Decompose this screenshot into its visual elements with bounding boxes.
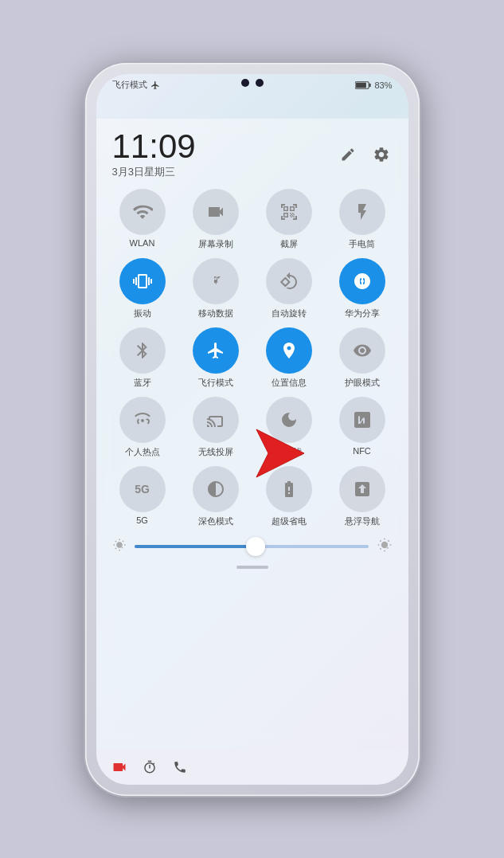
dock-phone-icon (170, 757, 190, 778)
airplane-button[interactable] (193, 327, 239, 374)
svg-point-8 (361, 276, 363, 278)
flashlight-label: 手电筒 (349, 238, 375, 250)
wlan-button[interactable] (119, 189, 166, 235)
svg-point-7 (365, 280, 367, 282)
airplane-mode-icon (150, 80, 160, 90)
vibrate-button[interactable] (119, 258, 166, 304)
settings-icon[interactable] (370, 143, 393, 166)
toggle-eye-protect: 护眼模式 (329, 327, 396, 389)
time-display: 11:09 3月3日星期三 (112, 130, 196, 179)
screenshot-button[interactable] (266, 189, 312, 235)
dock-timer-icon (139, 757, 160, 778)
camera-dot-right (256, 79, 264, 87)
bluetooth-label: 蓝牙 (134, 377, 151, 389)
mobile-data-button[interactable] (193, 258, 239, 304)
toggle-auto-rotate: 自动旋转 (256, 258, 322, 319)
svg-point-5 (361, 280, 364, 283)
toggle-location: 位置信息 (256, 327, 322, 389)
toggle-hotspot: 个人热点 (109, 397, 176, 458)
toggle-float-nav: 悬浮导航 (329, 466, 396, 527)
svg-point-9 (361, 284, 363, 286)
huawei-share-button[interactable] (339, 258, 385, 304)
header-icons (337, 143, 393, 166)
hotspot-button[interactable] (119, 397, 166, 443)
vibrate-label: 振动 (134, 308, 151, 319)
dnd-label: 免打扰 (275, 446, 302, 458)
svg-point-6 (357, 280, 359, 282)
panel-header: 11:09 3月3日星期三 (109, 125, 396, 181)
battery-icon (355, 80, 371, 90)
nfc-label: NFC (353, 446, 371, 456)
toggle-dark-mode: 深色模式 (182, 466, 249, 527)
screen-record-button[interactable] (193, 189, 239, 235)
toggle-screenshot: 截屏 (256, 189, 322, 250)
mobile-data-label: 移动数据 (198, 308, 233, 319)
nfc-button[interactable] (339, 397, 385, 443)
super-save-label: 超级省电 (272, 515, 307, 527)
toggle-mobile-data: 移动数据 (182, 258, 249, 319)
toggles-grid: WLAN 屏幕录制 截屏 (109, 189, 396, 527)
brightness-fill (135, 545, 256, 548)
wlan-label: WLAN (130, 238, 155, 248)
auto-rotate-label: 自动旋转 (272, 308, 307, 319)
eye-protect-label: 护眼模式 (345, 377, 380, 389)
super-save-button[interactable] (266, 466, 312, 512)
toggle-dnd: 免打扰 (256, 397, 322, 458)
camera-dot-left (241, 79, 249, 87)
airplane-label: 飞行模式 (198, 377, 233, 389)
brightness-min-icon (112, 538, 127, 555)
svg-rect-1 (357, 82, 367, 87)
toggle-nfc: NFC (329, 397, 396, 458)
toggle-huawei-share: 华为分享 (329, 258, 396, 319)
date-text: 3月3日星期三 (112, 165, 196, 179)
phone-screen: 飞行模式 83% 11:09 3月3日星期三 (96, 74, 408, 785)
brightness-row (109, 537, 396, 556)
gesture-bar (109, 559, 396, 575)
toggle-flashlight: 手电筒 (329, 189, 396, 250)
auto-rotate-button[interactable] (266, 258, 312, 304)
time-text: 11:09 (112, 130, 196, 163)
5g-label: 5G (136, 515, 148, 525)
screen-record-label: 屏幕录制 (198, 238, 233, 250)
airplane-mode-label: 飞行模式 (112, 79, 147, 91)
dark-mode-label: 深色模式 (198, 515, 233, 527)
dock-video-icon (109, 757, 130, 778)
toggle-screen-record: 屏幕录制 (182, 189, 249, 250)
flashlight-button[interactable] (339, 189, 385, 235)
toggle-airplane: 飞行模式 (182, 327, 249, 389)
bluetooth-button[interactable] (119, 327, 166, 374)
float-nav-button[interactable] (339, 466, 385, 512)
svg-rect-2 (369, 83, 371, 86)
screen-cast-button[interactable] (193, 397, 239, 443)
dark-mode-button[interactable] (193, 466, 239, 512)
location-label: 位置信息 (272, 377, 307, 389)
hotspot-label: 个人热点 (125, 446, 160, 458)
5g-text: 5G (135, 483, 150, 496)
gesture-handle (236, 566, 268, 569)
dnd-button[interactable] (266, 397, 312, 443)
toggle-screen-cast: 无线投屏 (182, 397, 249, 458)
bottom-dock (96, 750, 408, 785)
toggle-wlan: WLAN (109, 189, 176, 250)
toggle-vibrate: 振动 (109, 258, 176, 319)
float-nav-label: 悬浮导航 (345, 515, 380, 527)
screenshot-label: 截屏 (280, 238, 298, 250)
toggle-super-save: 超级省电 (256, 466, 322, 527)
location-button[interactable] (266, 327, 312, 374)
battery-text: 83% (374, 80, 392, 90)
edit-icon[interactable] (337, 143, 359, 166)
control-panel: 11:09 3月3日星期三 (96, 119, 408, 750)
brightness-track[interactable] (135, 545, 369, 548)
5g-button[interactable]: 5G (119, 466, 166, 512)
toggle-bluetooth: 蓝牙 (109, 327, 176, 389)
phone-device: 飞行模式 83% 11:09 3月3日星期三 (85, 63, 420, 796)
screen-cast-label: 无线投屏 (198, 446, 233, 458)
eye-protect-button[interactable] (339, 327, 385, 374)
brightness-max-icon (377, 537, 393, 556)
huawei-share-label: 华为分享 (345, 308, 380, 319)
toggle-5g: 5G 5G (109, 466, 176, 527)
svg-rect-3 (214, 280, 217, 283)
status-bar-left: 飞行模式 (112, 79, 160, 91)
status-bar-right: 83% (355, 80, 392, 90)
brightness-thumb[interactable] (246, 537, 265, 556)
